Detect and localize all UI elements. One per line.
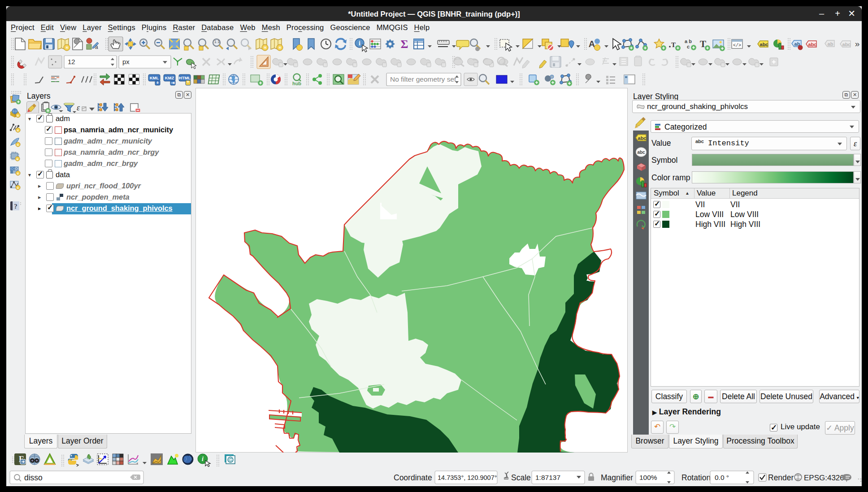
- svg-text:✳: ✳: [17, 143, 20, 147]
- svg-text:EPSG:4326: EPSG:4326: [804, 474, 844, 482]
- svg-text:Magnifier: Magnifier: [601, 473, 633, 482]
- svg-text:abc: abc: [842, 42, 851, 47]
- svg-text:abc: abc: [638, 135, 647, 141]
- svg-text:Scale: Scale: [511, 473, 531, 482]
- svg-text:ε: ε: [77, 103, 80, 112]
- svg-text:KMZ: KMZ: [165, 75, 174, 80]
- svg-text:✳: ✳: [278, 45, 282, 50]
- svg-text:disso: disso: [24, 473, 43, 482]
- svg-text:HTML: HTML: [179, 75, 191, 80]
- svg-text:ab: ab: [828, 41, 833, 47]
- svg-text:a: a: [95, 44, 98, 50]
- svg-text:✳: ✳: [17, 172, 20, 176]
- svg-text:</>: </>: [733, 43, 741, 48]
- svg-text:abc: abc: [808, 42, 817, 47]
- svg-text:i: i: [202, 456, 204, 462]
- svg-text:*: *: [187, 80, 189, 85]
- svg-text:✳: ✳: [16, 157, 19, 161]
- svg-text:»: »: [855, 39, 860, 48]
- svg-text:i: i: [359, 40, 360, 47]
- svg-text:✳: ✳: [17, 186, 20, 190]
- svg-text:Render: Render: [768, 473, 794, 482]
- svg-text:✳: ✳: [17, 129, 20, 133]
- svg-text:⇥: ⇥: [171, 80, 175, 85]
- svg-text:+: +: [156, 80, 159, 85]
- svg-text:hub: hub: [292, 81, 301, 86]
- svg-text:0.0 °: 0.0 °: [715, 474, 729, 481]
- svg-text:1:1: 1:1: [214, 39, 220, 44]
- svg-text:✳: ✳: [17, 114, 20, 118]
- svg-text:abc: abc: [637, 150, 645, 155]
- svg-text:a b: a b: [685, 39, 692, 44]
- svg-text:1:87137: 1:87137: [535, 474, 560, 481]
- svg-text:✳: ✳: [65, 45, 69, 50]
- svg-text:✳: ✳: [263, 45, 267, 50]
- svg-text:Coordinate: Coordinate: [394, 473, 432, 482]
- svg-text:No filter geometry set: No filter geometry set: [390, 75, 456, 83]
- svg-text:12: 12: [68, 58, 75, 65]
- svg-text:px: px: [122, 58, 130, 65]
- svg-text:KML: KML: [150, 75, 159, 80]
- svg-text:Rotation: Rotation: [681, 473, 711, 482]
- svg-text:abc: abc: [760, 42, 768, 47]
- svg-text:100%: 100%: [639, 474, 657, 481]
- svg-text:Σ: Σ: [401, 38, 408, 51]
- svg-text:c: c: [687, 44, 690, 49]
- svg-text:?: ?: [14, 203, 17, 210]
- svg-text:T: T: [671, 41, 676, 48]
- svg-text:14.7353°, 120.9007°: 14.7353°, 120.9007°: [438, 474, 497, 481]
